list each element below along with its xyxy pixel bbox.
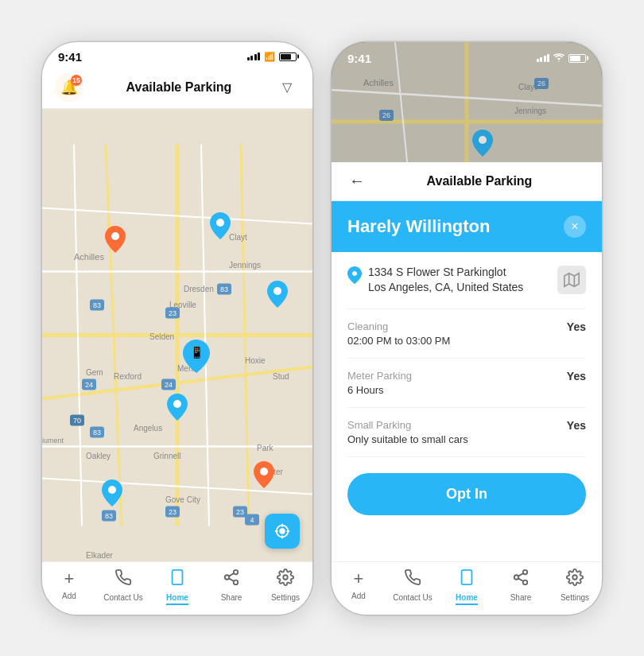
nav-label-contact-2: Contact Us bbox=[393, 593, 432, 602]
nav-label-settings-1: Settings bbox=[271, 593, 300, 602]
map-pin-phone2 bbox=[472, 130, 493, 157]
svg-point-69 bbox=[225, 575, 230, 580]
add-icon-1: + bbox=[64, 569, 75, 589]
back-button[interactable]: ← bbox=[344, 169, 370, 194]
svg-text:70: 70 bbox=[73, 416, 81, 424]
bottom-nav-1: + Add Contact Us Home bbox=[42, 561, 312, 615]
svg-rect-90 bbox=[462, 569, 472, 584]
map-pin-blue-2[interactable] bbox=[267, 281, 288, 308]
nav-item-home-1[interactable]: Home bbox=[153, 569, 201, 605]
phone1: 9:41 📶 🔔 15 Available Parking ▽ bbox=[42, 42, 312, 615]
svg-point-70 bbox=[234, 580, 239, 584]
svg-text:Oakley: Oakley bbox=[86, 451, 111, 460]
settings-icon-2 bbox=[566, 569, 584, 591]
nav-item-add-2[interactable]: + Add bbox=[335, 569, 382, 605]
svg-point-57 bbox=[173, 400, 181, 408]
map-pin-orange-1[interactable] bbox=[105, 226, 126, 253]
address-line1: 1334 S Flower St Parkinglot bbox=[368, 265, 523, 281]
status-icons-1: 📶 bbox=[247, 52, 297, 62]
svg-point-60 bbox=[279, 528, 285, 534]
svg-text:83: 83 bbox=[220, 285, 228, 293]
address-line2: Los Angeles, CA, United States bbox=[368, 280, 523, 296]
cleaning-value: 02:00 PM to 03:00 PM bbox=[347, 335, 450, 347]
time-2: 9:41 bbox=[347, 52, 371, 65]
map-area-1: Achilles Clayt Jennings Dresden Leoville… bbox=[42, 109, 312, 561]
nav-label-add-1: Add bbox=[62, 592, 76, 600]
opt-in-button[interactable]: Opt In bbox=[347, 473, 586, 515]
svg-text:Gem: Gem bbox=[86, 367, 103, 376]
map-pin-blue-1[interactable] bbox=[210, 212, 231, 239]
nav-item-share-2[interactable]: Share bbox=[497, 569, 545, 605]
nav-item-share-1[interactable]: Share bbox=[208, 569, 255, 605]
app-header-2: ← Available Parking bbox=[332, 162, 602, 201]
notification-bell[interactable]: 🔔 15 bbox=[55, 73, 83, 102]
contact-icon-1 bbox=[114, 569, 132, 591]
home-icon-2 bbox=[458, 569, 475, 591]
svg-text:83: 83 bbox=[93, 428, 101, 436]
contact-icon-2 bbox=[404, 569, 421, 591]
nav-label-settings-2: Settings bbox=[561, 593, 589, 602]
svg-text:23: 23 bbox=[169, 309, 177, 316]
small-label: Small Parking bbox=[347, 419, 468, 431]
svg-text:Rexford: Rexford bbox=[114, 371, 142, 380]
address-left: 1334 S Flower St Parkinglot Los Angeles,… bbox=[347, 265, 523, 296]
wifi-icon-1: 📶 bbox=[264, 52, 275, 62]
svg-text:Jennings: Jennings bbox=[514, 107, 546, 115]
nav-label-home-2: Home bbox=[456, 593, 478, 605]
nav-label-share-2: Share bbox=[510, 593, 532, 602]
cleaning-info-left: Cleaning 02:00 PM to 03:00 PM bbox=[347, 320, 450, 347]
small-right: Yes bbox=[567, 419, 586, 432]
info-row-cleaning: Cleaning 02:00 PM to 03:00 PM Yes bbox=[347, 309, 586, 359]
sheet-header: Harely Willington × bbox=[332, 201, 602, 252]
nav-item-contact-2[interactable]: Contact Us bbox=[389, 569, 436, 605]
battery-icon-1 bbox=[279, 52, 297, 61]
meter-info-left: Meter Parking 6 Hours bbox=[347, 370, 412, 396]
map-pin-blue-4[interactable] bbox=[102, 479, 122, 507]
location-button[interactable] bbox=[265, 514, 300, 549]
svg-rect-66 bbox=[173, 569, 183, 584]
svg-line-72 bbox=[229, 573, 234, 576]
svg-marker-87 bbox=[564, 274, 579, 287]
cleaning-right: Yes bbox=[567, 320, 586, 333]
signal-icon-2 bbox=[537, 54, 550, 62]
home-icon-1 bbox=[169, 569, 186, 591]
nav-label-add-2: Add bbox=[351, 592, 366, 600]
svg-point-97 bbox=[572, 575, 577, 580]
filter-icon[interactable]: ▽ bbox=[274, 75, 300, 100]
nav-item-home-2[interactable]: Home bbox=[443, 569, 491, 605]
map-pin-center[interactable]: 📱 bbox=[183, 340, 210, 373]
nav-item-settings-1[interactable]: Settings bbox=[262, 569, 309, 605]
map-pin-orange-2[interactable] bbox=[254, 461, 274, 488]
header-title-2: Available Parking bbox=[370, 174, 589, 188]
svg-text:📱: 📱 bbox=[189, 346, 204, 359]
phone2-top-area: Achilles Clayt Jennings 26 26 bbox=[332, 42, 602, 201]
map-pin-blue-3[interactable] bbox=[167, 394, 188, 421]
svg-text:Selden: Selden bbox=[149, 332, 174, 340]
svg-text:iument: iument bbox=[42, 436, 64, 444]
close-button[interactable]: × bbox=[564, 215, 586, 238]
address-text: 1334 S Flower St Parkinglot Los Angeles,… bbox=[368, 265, 523, 296]
svg-text:Clayt: Clayt bbox=[229, 232, 247, 241]
bottom-nav-2: + Add Contact Us Home bbox=[332, 561, 602, 615]
svg-text:Gove City: Gove City bbox=[165, 495, 200, 503]
nav-item-settings-2[interactable]: Settings bbox=[551, 569, 599, 605]
svg-text:Achilles: Achilles bbox=[363, 78, 394, 87]
map-thumbnail[interactable] bbox=[557, 266, 586, 294]
time-1: 9:41 bbox=[58, 50, 82, 64]
svg-text:Hoxie: Hoxie bbox=[245, 355, 266, 364]
svg-text:Dresden: Dresden bbox=[184, 284, 214, 293]
status-bar-1: 9:41 📶 bbox=[42, 42, 312, 67]
svg-point-73 bbox=[283, 575, 288, 580]
nav-item-contact-1[interactable]: Contact Us bbox=[99, 569, 147, 605]
svg-text:26: 26 bbox=[537, 80, 545, 87]
nav-item-add-1[interactable]: + Add bbox=[45, 569, 93, 605]
svg-text:Angelus: Angelus bbox=[134, 423, 162, 432]
svg-text:Stud: Stud bbox=[273, 371, 289, 380]
svg-point-54 bbox=[216, 219, 224, 227]
map-svg-1: Achilles Clayt Jennings Dresden Leoville… bbox=[42, 109, 312, 561]
meter-right: Yes bbox=[567, 370, 586, 382]
svg-line-71 bbox=[229, 578, 234, 581]
address-row: 1334 S Flower St Parkinglot Los Angeles,… bbox=[347, 252, 586, 309]
svg-point-94 bbox=[523, 580, 528, 584]
battery-icon-2 bbox=[568, 54, 586, 63]
